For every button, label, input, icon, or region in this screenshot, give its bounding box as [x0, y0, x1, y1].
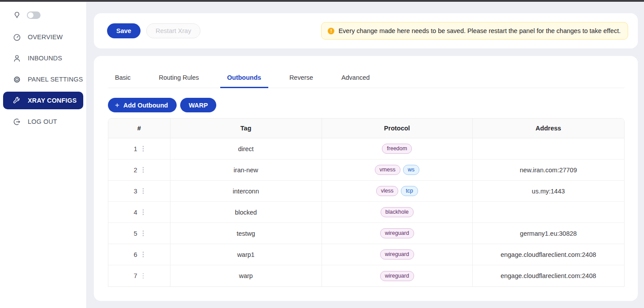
column-header-index: #: [108, 119, 170, 138]
protocol-badge: vmess: [375, 165, 400, 175]
address-cell: [473, 202, 624, 223]
row-index: 4: [133, 209, 137, 216]
row-index-cell: 5: [108, 223, 170, 244]
tab-routing-rules[interactable]: Routing Rules: [152, 68, 206, 88]
tab-advanced[interactable]: Advanced: [334, 68, 377, 88]
toggle-knob: [28, 12, 33, 18]
protocol-cell: blackhole: [322, 202, 473, 223]
table-row: 4blockedblackhole: [108, 202, 624, 223]
row-menu-icon[interactable]: [142, 145, 145, 152]
tag-cell: direct: [170, 138, 322, 160]
tag-cell: blocked: [170, 202, 322, 223]
table-row: 1directfreedom: [108, 138, 624, 160]
row-menu-icon[interactable]: [142, 166, 145, 174]
protocol-cell: wireguard: [322, 265, 473, 286]
table-row: 5testwgwireguardgermany1.eu:30828: [108, 223, 624, 244]
row-index-cell: 3: [108, 181, 170, 202]
logout-icon: [13, 118, 21, 126]
outbounds-table: # Tag Protocol Address 1directfreedom2ir…: [108, 118, 625, 287]
tab-outbounds[interactable]: Outbounds: [220, 68, 268, 88]
row-menu-icon[interactable]: [142, 187, 145, 195]
table-row: 7warpwireguardengage.cloudflareclient.co…: [108, 265, 624, 286]
sidebar-item-logout[interactable]: LOG OUT: [0, 111, 86, 132]
protocol-cell: vmessws: [322, 160, 473, 181]
protocol-badge: freedom: [382, 144, 412, 154]
row-index: 1: [133, 145, 137, 152]
column-header-address: Address: [473, 119, 624, 138]
row-index: 7: [133, 272, 137, 279]
warning-icon: !: [328, 28, 334, 34]
wrench-icon: [13, 96, 21, 105]
config-tabs: Basic Routing Rules Outbounds Reverse Ad…: [108, 56, 625, 88]
warning-alert-text: Every change made here needs to be saved…: [338, 27, 621, 34]
protocol-badge: tcp: [401, 186, 418, 196]
tag-cell: iran-new: [170, 160, 322, 181]
row-index-cell: 2: [108, 160, 170, 181]
protocol-badge: wireguard: [380, 249, 414, 260]
row-index: 6: [133, 251, 137, 258]
restart-xray-button[interactable]: Restart Xray: [146, 23, 200, 38]
protocol-cell: vlesstcp: [322, 181, 473, 202]
row-menu-icon[interactable]: [142, 272, 145, 280]
action-buttons: Save Restart Xray: [107, 23, 200, 38]
address-cell: us.my:1443: [473, 181, 624, 202]
tab-reverse[interactable]: Reverse: [282, 68, 320, 88]
row-index: 2: [133, 167, 137, 174]
protocol-cell: wireguard: [322, 223, 473, 244]
window-top-edge: [0, 0, 644, 2]
xray-configs-card: Basic Routing Rules Outbounds Reverse Ad…: [94, 56, 638, 301]
table-row: 2iran-newvmesswsnew.iran.com:27709: [108, 160, 624, 181]
tag-cell: warp1: [170, 244, 322, 265]
table-row: 6warp1wireguardengage.cloudflareclient.c…: [108, 244, 624, 265]
row-menu-icon[interactable]: [142, 230, 145, 237]
protocol-badge: blackhole: [381, 207, 414, 217]
sidebar-item-inbounds[interactable]: INBOUNDS: [0, 48, 86, 69]
address-cell: new.iran.com:27709: [473, 160, 624, 181]
address-cell: engage.cloudflareclient.com:2408: [473, 244, 624, 265]
sidebar-item-xray-configs[interactable]: XRAY CONFIGS: [3, 92, 83, 109]
dashboard-icon: [13, 33, 21, 41]
row-index-cell: 7: [108, 265, 170, 286]
sidebar-menu: OVERVIEW INBOUNDS PANEL SETTINGS XRAY CO…: [0, 26, 86, 132]
dark-mode-toggle[interactable]: [27, 11, 41, 19]
sidebar-item-overview[interactable]: OVERVIEW: [0, 26, 86, 48]
protocol-cell: freedom: [322, 138, 473, 160]
table-row: 3interconnvlesstcpus.my:1443: [108, 181, 624, 202]
protocol-badge: vless: [376, 186, 398, 196]
tag-cell: testwg: [170, 223, 322, 244]
warning-alert: ! Every change made here needs to be sav…: [321, 22, 628, 40]
light-bulb-icon: [13, 11, 21, 19]
table-header-row: # Tag Protocol Address: [108, 119, 624, 138]
sidebar-item-label: PANEL SETTINGS: [28, 76, 83, 83]
outbounds-table-body: 1directfreedom2iran-newvmesswsnew.iran.c…: [108, 138, 624, 286]
main-content: Save Restart Xray ! Every change made he…: [87, 0, 644, 308]
address-cell: [473, 138, 624, 160]
protocol-cell: wireguard: [322, 244, 473, 265]
row-index-cell: 6: [108, 244, 170, 265]
user-icon: [13, 54, 21, 63]
row-menu-icon[interactable]: [142, 251, 145, 258]
plus-icon: +: [115, 101, 119, 109]
address-cell: germany1.eu:30828: [473, 223, 624, 244]
actions-card: Save Restart Xray ! Every change made he…: [94, 13, 638, 48]
add-outbound-button[interactable]: + Add Outbound: [108, 98, 177, 112]
column-header-protocol: Protocol: [322, 119, 473, 138]
sidebar-item-label: OVERVIEW: [28, 33, 63, 41]
sidebar-item-label: XRAY CONFIGS: [28, 97, 77, 104]
sidebar-item-panel-settings[interactable]: PANEL SETTINGS: [0, 69, 86, 90]
tag-cell: interconn: [170, 181, 322, 202]
sidebar-item-label: LOG OUT: [28, 118, 57, 125]
tag-cell: warp: [170, 265, 322, 286]
sidebar: OVERVIEW INBOUNDS PANEL SETTINGS XRAY CO…: [0, 0, 87, 308]
row-index: 3: [133, 188, 137, 195]
tab-basic[interactable]: Basic: [108, 68, 137, 88]
row-menu-icon[interactable]: [142, 208, 145, 216]
protocol-badge: ws: [403, 165, 419, 175]
row-index-cell: 1: [108, 138, 170, 160]
save-button[interactable]: Save: [107, 23, 141, 38]
protocol-badge: wireguard: [380, 271, 414, 281]
warp-button[interactable]: WARP: [180, 98, 216, 112]
gear-icon: [13, 75, 21, 84]
column-header-tag: Tag: [170, 119, 322, 138]
address-cell: engage.cloudflareclient.com:2408: [473, 265, 624, 286]
